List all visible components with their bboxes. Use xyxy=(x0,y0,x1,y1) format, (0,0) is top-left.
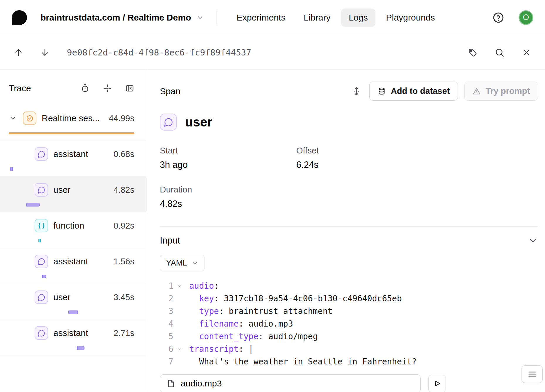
yaml-key: key xyxy=(199,294,214,303)
chat-bubble-icon xyxy=(160,114,177,131)
span-panel-title: Span xyxy=(160,86,180,96)
chevron-down-icon xyxy=(191,260,198,267)
chat-bubble-icon xyxy=(35,326,48,340)
project-title: braintrustdata.com / Realtime Demo xyxy=(40,13,191,23)
play-button[interactable] xyxy=(428,375,446,392)
avatar[interactable]: O xyxy=(519,10,533,25)
chat-bubble-icon xyxy=(35,183,48,197)
close-icon[interactable] xyxy=(522,48,532,58)
yaml-value: : 3317cb18-9a54-4c06-b130-c49640dc65eb xyxy=(214,294,402,303)
next-trace-arrow-down-icon[interactable] xyxy=(40,48,50,58)
yaml-key: audio xyxy=(189,281,214,291)
chevron-down-icon xyxy=(196,14,204,21)
yaml-key: content_type xyxy=(199,332,258,341)
span-duration: 44.99s xyxy=(109,114,134,123)
line-number: 3 xyxy=(160,305,173,317)
line-number: 2 xyxy=(160,292,173,305)
tag-icon[interactable] xyxy=(468,48,478,58)
session-check-icon xyxy=(23,111,36,125)
trace-row-session[interactable]: Realtime ses... 44.99s xyxy=(0,105,147,141)
span-label: assistant xyxy=(53,328,110,338)
braintrust-logo[interactable] xyxy=(12,10,27,25)
span-duration: 0.68s xyxy=(114,149,134,159)
chevron-down-icon[interactable] xyxy=(173,283,186,289)
stopwatch-icon[interactable] xyxy=(80,84,90,93)
yaml-value: : audio.mp3 xyxy=(239,319,293,329)
top-navbar: braintrustdata.com / Realtime Demo Exper… xyxy=(0,0,545,35)
chat-bubble-icon xyxy=(35,255,48,268)
meta-start: Start 3h ago xyxy=(160,146,296,170)
add-to-dataset-button[interactable]: Add to dataset xyxy=(369,82,458,101)
trace-toolbar: 9e08fc2d-c84d-4f98-8ec6-fc9f89f44537 xyxy=(0,35,545,70)
nav-item-logs[interactable]: Logs xyxy=(341,9,375,27)
hamburger-icon xyxy=(527,369,537,379)
trace-row-function[interactable]: () function 0.92s xyxy=(0,212,147,248)
format-label: YAML xyxy=(166,258,187,268)
divider xyxy=(216,11,216,24)
chevron-down-icon[interactable] xyxy=(9,114,17,122)
align-center-icon[interactable] xyxy=(103,84,112,93)
meta-value: 6.24s xyxy=(296,160,512,170)
meta-label: Duration xyxy=(160,185,296,195)
span-duration: 2.71s xyxy=(114,328,134,338)
duration-bar xyxy=(77,346,84,350)
menu-button[interactable] xyxy=(522,365,543,383)
trace-row-assistant[interactable]: assistant 1.56s xyxy=(0,248,147,284)
span-label: function xyxy=(53,221,110,231)
search-icon[interactable] xyxy=(495,48,505,58)
code-line: 5 content_type: audio/mpeg xyxy=(160,330,538,343)
line-number: 7 xyxy=(160,355,173,368)
nav-item-experiments[interactable]: Experiments xyxy=(229,9,293,27)
span-duration: 4.82s xyxy=(114,185,134,195)
divider xyxy=(160,226,538,227)
yaml-value: : xyxy=(214,281,219,291)
duration-bar xyxy=(68,310,78,314)
yaml-key: filename xyxy=(199,319,239,329)
yaml-code-block: 1 audio: 2 key: 3317cb18-9a54-4c06-b130-… xyxy=(160,280,538,368)
code-line: 4 filename: audio.mp3 xyxy=(160,317,538,330)
chevron-down-icon[interactable] xyxy=(173,346,186,352)
trace-row-assistant[interactable]: assistant 0.68s xyxy=(0,141,147,177)
chevron-down-icon[interactable] xyxy=(528,236,538,246)
span-label: assistant xyxy=(53,149,110,159)
trace-row-assistant[interactable]: assistant 2.71s xyxy=(0,320,147,356)
panel-collapse-icon[interactable] xyxy=(125,84,134,93)
yaml-value: : | xyxy=(239,344,254,354)
project-switcher[interactable]: braintrustdata.com / Realtime Demo xyxy=(40,13,204,23)
help-icon[interactable] xyxy=(492,11,505,24)
input-section-title: Input xyxy=(160,235,180,246)
chat-bubble-icon xyxy=(35,290,48,304)
format-select[interactable]: YAML xyxy=(160,255,204,271)
expand-vertical-icon[interactable] xyxy=(351,86,362,97)
nav-item-library[interactable]: Library xyxy=(296,9,338,27)
trace-row-user[interactable]: user 3.45s xyxy=(0,284,147,320)
yaml-value: What's the weather in Seattle in Fahrenh… xyxy=(199,357,417,366)
meta-offset: Offset 6.24s xyxy=(296,146,512,170)
audio-attachment[interactable]: audio.mp3 xyxy=(160,374,421,392)
meta-label: Start xyxy=(160,146,296,156)
trace-sidebar: Trace xyxy=(0,70,147,392)
yaml-value: : audio/mpeg xyxy=(258,332,318,341)
line-number: 4 xyxy=(160,317,173,330)
try-prompt-button[interactable]: Try prompt xyxy=(464,82,538,101)
yaml-key: type xyxy=(199,306,219,316)
try-prompt-label: Try prompt xyxy=(486,86,530,96)
trace-row-user-selected[interactable]: user 4.82s xyxy=(0,177,147,212)
duration-bar xyxy=(9,132,134,134)
duration-bar xyxy=(42,275,46,278)
prev-trace-arrow-up-icon[interactable] xyxy=(13,48,23,58)
nav-item-playgrounds[interactable]: Playgrounds xyxy=(378,9,443,27)
code-line: 3 type: braintrust_attachment xyxy=(160,305,538,317)
add-to-dataset-label: Add to dataset xyxy=(391,86,450,96)
file-icon xyxy=(167,379,175,388)
duration-bar xyxy=(10,167,13,171)
span-label: user xyxy=(53,185,110,195)
span-duration: 0.92s xyxy=(114,221,134,231)
line-number: 5 xyxy=(160,330,173,343)
yaml-key: transcript xyxy=(189,344,239,354)
span-duration: 1.56s xyxy=(114,257,134,266)
attachment-filename: audio.mp3 xyxy=(181,379,222,388)
line-number: 6 xyxy=(160,343,173,355)
duration-bar xyxy=(38,239,41,242)
code-line: 6 transcript: | xyxy=(160,343,538,355)
